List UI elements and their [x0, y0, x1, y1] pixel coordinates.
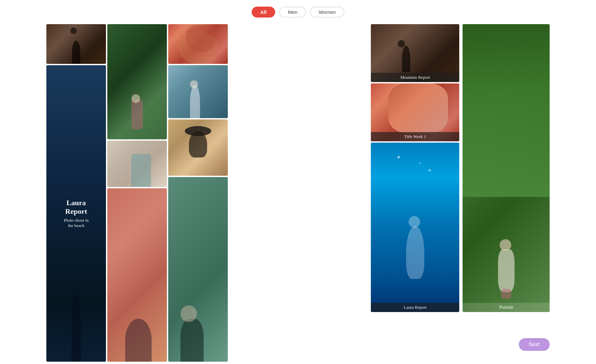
filter-women-button[interactable]: Women: [310, 7, 344, 18]
tile-laura-report-underwater[interactable]: Laura Report: [371, 143, 459, 312]
tile-forest-woman[interactable]: [46, 24, 106, 64]
laura-report-underwater-caption: Laura Report: [371, 303, 459, 312]
left-gallery: Laura Report Photo shoot in the beach: [46, 24, 228, 362]
left-col-a: Laura Report Photo shoot in the beach: [46, 24, 106, 362]
tile-laura-report[interactable]: Laura Report Photo shoot in the beach: [46, 65, 106, 362]
tile-redhead-face[interactable]: [168, 24, 228, 64]
right-col-2: Portrait: [463, 24, 550, 312]
laura-overlay: Laura Report Photo shoot in the beach: [61, 199, 91, 228]
content-wrapper: Laura Report Photo shoot in the beach: [0, 24, 596, 362]
laura-report-title: Laura Report: [61, 199, 91, 216]
filter-bar: All Men Women: [0, 0, 596, 18]
tile-mountain-report[interactable]: Mountain Report: [371, 24, 459, 82]
next-button[interactable]: Next: [519, 338, 550, 351]
filter-all-button[interactable]: All: [252, 7, 275, 18]
left-col-b: [107, 24, 167, 362]
right-col-1: Mountain Report Title Work 1 Laura Repor…: [371, 24, 459, 312]
tile-hat-man[interactable]: [168, 119, 228, 176]
laura-report-subtitle: Photo shoot in the beach: [61, 218, 91, 228]
right-gallery: Mountain Report Title Work 1 Laura Repor…: [371, 24, 550, 312]
tile-back-woman[interactable]: [107, 188, 167, 362]
tile-portrait[interactable]: Portrait: [463, 24, 550, 312]
portrait-caption: Portrait: [463, 303, 550, 312]
tile-cap-man[interactable]: [168, 177, 228, 362]
tile-mountain-man[interactable]: [168, 65, 228, 118]
tile-doctor-woman[interactable]: [107, 141, 167, 187]
tile-title-work-1[interactable]: Title Work 1: [371, 83, 459, 141]
filter-men-button[interactable]: Men: [279, 7, 306, 18]
title-work-1-caption: Title Work 1: [371, 132, 459, 141]
tile-green-trees[interactable]: [107, 24, 167, 139]
mountain-report-caption: Mountain Report: [371, 73, 459, 82]
left-col-c: [168, 24, 228, 362]
